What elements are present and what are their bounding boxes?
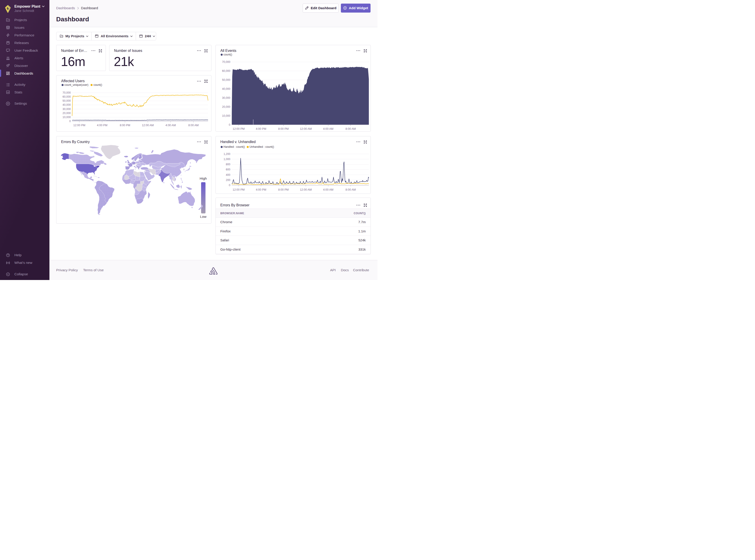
svg-text:0: 0	[229, 123, 230, 126]
svg-text:4:00 AM: 4:00 AM	[323, 127, 333, 131]
svg-text:70,000: 70,000	[222, 60, 230, 63]
svg-text:8:00 PM: 8:00 PM	[278, 127, 289, 131]
svg-text:Low: Low	[200, 215, 207, 219]
svg-text:60,000: 60,000	[222, 69, 230, 73]
svg-text:20,000: 20,000	[222, 105, 230, 108]
svg-text:10,000: 10,000	[222, 114, 230, 117]
svg-text:60,000: 60,000	[62, 95, 71, 98]
svg-text:12:00 PM: 12:00 PM	[73, 124, 85, 127]
svg-text:4:00 PM: 4:00 PM	[256, 188, 266, 191]
svg-text:30,000: 30,000	[222, 96, 230, 99]
svg-text:12:00 PM: 12:00 PM	[233, 127, 245, 131]
svg-text:4:00 PM: 4:00 PM	[256, 127, 266, 131]
svg-text:400: 400	[226, 173, 230, 176]
svg-text:0: 0	[229, 184, 230, 187]
svg-text:50,000: 50,000	[62, 99, 71, 102]
svg-text:30,000: 30,000	[62, 107, 71, 111]
svg-text:1,200: 1,200	[224, 152, 230, 155]
svg-text:200: 200	[226, 178, 230, 181]
svg-text:10,000: 10,000	[62, 116, 71, 119]
svg-text:1,000: 1,000	[224, 157, 230, 161]
svg-text:12:00 AM: 12:00 AM	[300, 188, 312, 191]
svg-text:40,000: 40,000	[222, 87, 230, 90]
svg-text:12:00 AM: 12:00 AM	[300, 127, 312, 131]
svg-text:40,000: 40,000	[62, 103, 71, 106]
svg-text:8:00 AM: 8:00 AM	[345, 127, 356, 131]
svg-text:8:00 AM: 8:00 AM	[188, 124, 199, 127]
svg-text:8:00 PM: 8:00 PM	[278, 188, 289, 191]
svg-text:12:00 AM: 12:00 AM	[142, 124, 154, 127]
svg-text:800: 800	[226, 163, 230, 166]
svg-text:600: 600	[226, 168, 230, 171]
svg-text:4:00 AM: 4:00 AM	[166, 124, 176, 127]
svg-text:70,000: 70,000	[62, 91, 71, 94]
svg-text:High: High	[200, 177, 207, 180]
svg-text:4:00 AM: 4:00 AM	[323, 188, 333, 191]
svg-text:12:00 PM: 12:00 PM	[233, 188, 245, 191]
svg-text:50,000: 50,000	[222, 78, 230, 81]
svg-text:8:00 PM: 8:00 PM	[120, 124, 130, 127]
svg-text:4:00 PM: 4:00 PM	[97, 124, 108, 127]
svg-text:8:00 AM: 8:00 AM	[345, 188, 356, 191]
svg-text:0: 0	[69, 120, 71, 123]
svg-text:20,000: 20,000	[62, 112, 71, 115]
